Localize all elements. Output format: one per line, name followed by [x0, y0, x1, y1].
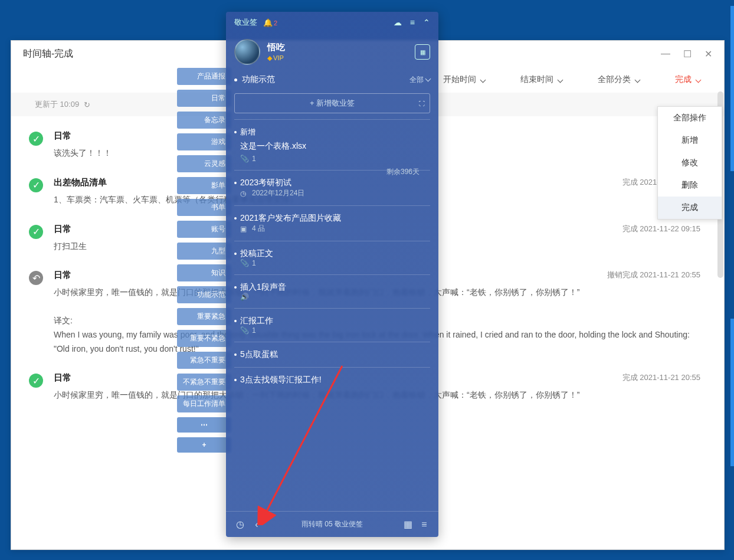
- bullet-icon: [234, 182, 237, 184]
- vip-badge: VIP: [267, 54, 285, 62]
- dropdown-item[interactable]: 全部操作: [658, 107, 722, 129]
- avatar[interactable]: [234, 39, 260, 65]
- widget-entry[interactable]: 新增这是一个表格.xlsx📎1: [234, 119, 430, 170]
- entry-meta: 📎1: [240, 326, 430, 335]
- clip-icon: 📎: [240, 155, 248, 163]
- entry-label: 插入1段声音: [240, 282, 286, 293]
- grid-icon[interactable]: ▦: [399, 519, 416, 530]
- expand-icon[interactable]: ⛶: [419, 100, 425, 107]
- dropdown-item[interactable]: 删除: [658, 174, 722, 197]
- check-icon: ✓: [29, 132, 43, 146]
- widget-user-row: 悟吃 VIP ▦: [226, 33, 438, 71]
- category-tag[interactable]: 不紧急不重要: [177, 374, 231, 391]
- item-timestamp: 完成 2021-11-21 20:55: [622, 372, 700, 383]
- category-tag[interactable]: 产品通报: [177, 68, 231, 85]
- more-tags-button[interactable]: ⋯: [177, 417, 231, 433]
- entry-label: 2021客户发布产品图片收藏: [240, 213, 341, 224]
- category-tag[interactable]: 影单: [177, 177, 231, 194]
- collapse-icon[interactable]: ⌃: [423, 18, 430, 27]
- category-tag[interactable]: 书单: [177, 199, 231, 216]
- desktop-edge: [730, 319, 734, 466]
- entry-meta: ▣4 品: [240, 224, 430, 234]
- add-note-button[interactable]: + 新增敬业签 ⛶: [234, 93, 430, 113]
- bullet-icon: [234, 353, 237, 356]
- filter-start-time[interactable]: 开始时间: [443, 74, 485, 85]
- category-tag[interactable]: 重要紧急: [177, 308, 231, 325]
- img-icon: ▣: [240, 225, 248, 233]
- filter-status[interactable]: 完成: [675, 74, 700, 85]
- back-icon[interactable]: ‹: [248, 519, 265, 530]
- category-tag[interactable]: 九型: [177, 243, 231, 260]
- category-tag[interactable]: 日常: [177, 90, 231, 107]
- item-timestamp: 撤销完成 2021-11-21 20:55: [607, 270, 700, 280]
- category-tag[interactable]: 功能示范: [177, 286, 231, 303]
- more-icon[interactable]: ≡: [416, 519, 432, 530]
- clip-icon: 📎: [240, 326, 248, 335]
- widget-section-header[interactable]: 功能示范 全部: [226, 71, 438, 91]
- entry-label: 投稿正文: [240, 248, 273, 259]
- entry-label: 新增: [240, 127, 255, 137]
- sound-icon: 🔊: [240, 293, 248, 301]
- bell-icon[interactable]: 🔔2: [263, 18, 277, 27]
- dot-icon: [234, 78, 237, 81]
- widget-entry[interactable]: 插入1段声音🔊: [234, 274, 430, 308]
- filter-category[interactable]: 全部分类: [598, 74, 640, 85]
- category-tag[interactable]: 重要不紧急: [177, 330, 231, 347]
- menu-icon[interactable]: ≡: [410, 18, 415, 27]
- widget-entry[interactable]: 2023考研初试剩余396天◷2022年12月24日: [234, 170, 430, 205]
- tag-stack: 产品通报日常备忘录游戏云灵感影单书单账号九型知识功能示范重要紧急重要不紧急紧急不…: [177, 68, 231, 453]
- window-controls: — ☐ ✕: [661, 48, 712, 60]
- minimize-button[interactable]: —: [661, 48, 670, 60]
- entry-title: 这是一个表格.xlsx: [240, 140, 430, 152]
- dropdown-item[interactable]: 新增: [658, 129, 722, 152]
- widget-topbar: 敬业签 🔔2 ☁ ≡ ⌃: [226, 12, 438, 33]
- bullet-icon: [234, 320, 237, 322]
- close-button[interactable]: ✕: [704, 48, 712, 60]
- entry-remaining: 剩余396天: [386, 167, 420, 177]
- weather-info[interactable]: 雨转晴 05 敬业便签: [265, 519, 399, 529]
- entry-label: 5点取蛋糕: [240, 349, 278, 360]
- entry-label: 汇报工作: [240, 316, 273, 326]
- maximize-button[interactable]: ☐: [683, 48, 692, 60]
- check-icon: ✓: [29, 374, 43, 388]
- widget-entry[interactable]: 投稿正文📎1: [234, 241, 430, 274]
- section-all[interactable]: 全部: [409, 75, 430, 85]
- bullet-icon: [234, 286, 237, 289]
- section-title: 功能示范: [242, 74, 275, 85]
- entry-label: 2023考研初试: [240, 178, 291, 188]
- clock-icon[interactable]: ◷: [232, 519, 248, 530]
- category-tag[interactable]: 备忘录: [177, 112, 231, 129]
- dropdown-item[interactable]: 修改: [658, 152, 722, 174]
- window-title: 时间轴-完成: [23, 48, 73, 60]
- bullet-icon: [234, 131, 237, 133]
- widget-entry[interactable]: 5点取蛋糕: [234, 342, 430, 367]
- entry-meta: 📎1: [240, 155, 430, 163]
- clip-icon: 📎: [240, 259, 248, 267]
- category-tag[interactable]: 紧急不重要: [177, 352, 231, 369]
- sticky-widget: 敬业签 🔔2 ☁ ≡ ⌃ 悟吃 VIP ▦ 功能示范 全部 + 新增敬业签 ⛶ …: [226, 12, 438, 537]
- widget-appname: 敬业签: [234, 17, 257, 28]
- category-tag[interactable]: 游戏: [177, 133, 231, 150]
- check-icon: ✓: [29, 225, 43, 239]
- bullet-icon: [234, 253, 237, 255]
- undo-icon: ↶: [29, 271, 43, 285]
- filter-end-time[interactable]: 结束时间: [520, 74, 562, 85]
- calendar-icon[interactable]: ▦: [415, 44, 430, 60]
- widget-entry[interactable]: 3点去找领导汇报工作!: [234, 367, 430, 392]
- bullet-icon: [234, 217, 237, 220]
- category-tag[interactable]: 云灵感: [177, 155, 231, 172]
- category-tag[interactable]: 账号: [177, 221, 231, 238]
- widget-bottombar: ◷ ‹ 雨转晴 05 敬业便签 ▦ ≡: [226, 511, 438, 537]
- bullet-icon: [234, 379, 237, 381]
- refresh-icon[interactable]: ↻: [84, 100, 90, 109]
- item-timestamp: 完成 2021-11-22 09:15: [622, 224, 700, 234]
- refresh-label: 更新于 10:09: [35, 99, 79, 110]
- add-tag-button[interactable]: +: [177, 437, 231, 453]
- category-tag[interactable]: 知识: [177, 264, 231, 281]
- widget-entry[interactable]: 汇报工作📎1: [234, 308, 430, 342]
- cloud-icon[interactable]: ☁: [394, 18, 402, 27]
- dropdown-item[interactable]: 完成: [658, 197, 722, 219]
- entry-meta: 📎1: [240, 259, 430, 267]
- widget-entry[interactable]: 2021客户发布产品图片收藏▣4 品: [234, 205, 430, 241]
- category-tag[interactable]: 每日工作清单: [177, 395, 231, 412]
